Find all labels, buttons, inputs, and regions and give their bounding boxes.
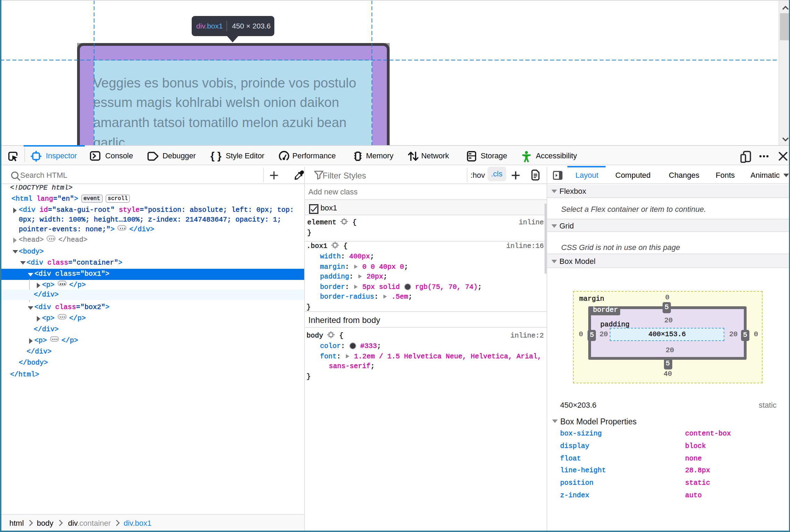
svg-text:{ }: { }: [210, 150, 221, 161]
